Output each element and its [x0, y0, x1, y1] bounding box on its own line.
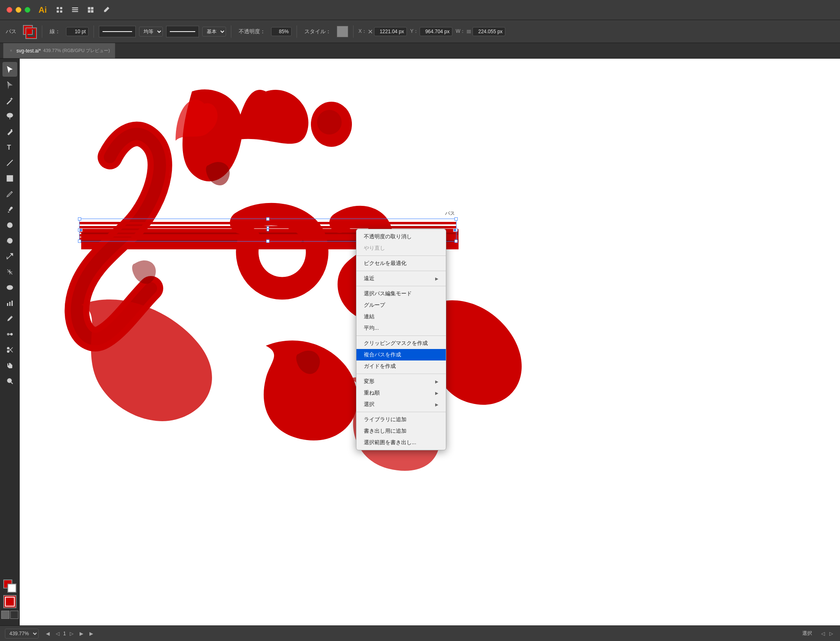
next-frame-button[interactable]: ▷ — [68, 630, 76, 638]
status-left-arrow[interactable]: ◁ — [819, 630, 827, 638]
background-color[interactable] — [7, 584, 16, 593]
prev-frame-button[interactable]: ◁ — [53, 630, 62, 638]
stroke-width-field — [66, 27, 89, 36]
svg-rect-3 — [60, 11, 62, 13]
minimize-button[interactable] — [16, 7, 21, 13]
path-label: パス — [443, 210, 457, 217]
warp-tool-button[interactable] — [2, 280, 17, 295]
style-label: スタイル： — [302, 28, 333, 35]
menu-item-compound-path[interactable]: 複合パスを作成 — [356, 349, 446, 360]
fill-stroke-box[interactable] — [3, 595, 16, 608]
paintbrush-tool-button[interactable] — [2, 202, 17, 217]
play-button[interactable]: ▶ — [87, 630, 96, 638]
handle-bottom-mid[interactable] — [266, 240, 269, 243]
recent-arrow-icon: ▶ — [435, 276, 438, 281]
width-tool-button[interactable] — [2, 265, 17, 279]
y-input[interactable] — [420, 27, 452, 36]
stroke-type-select[interactable]: 均等 — [139, 27, 163, 36]
pen-tool-button[interactable] — [2, 124, 17, 139]
menu-item-recent[interactable]: 遠近 ▶ — [356, 273, 446, 284]
menu-item-transform[interactable]: 変形 ▶ — [356, 376, 446, 387]
anchor-center[interactable] — [267, 229, 269, 231]
menu-item-clipping-mask[interactable]: クリッピングマスクを作成 — [356, 338, 446, 349]
menu-item-export-selection[interactable]: 選択範囲を書き出し... — [356, 437, 446, 448]
svg-rect-15 — [7, 303, 8, 306]
rect-tool-button[interactable] — [2, 171, 17, 186]
menu-item-add-export[interactable]: 書き出し用に追加 — [356, 425, 446, 437]
type-tool-button[interactable]: T — [2, 140, 17, 155]
zoom-tool-button[interactable] — [2, 374, 17, 388]
libraries-icon[interactable] — [71, 5, 80, 14]
canvas-area: パス — [20, 59, 840, 625]
line-tool-button[interactable] — [2, 155, 17, 170]
anchor-right[interactable] — [453, 228, 457, 232]
selection-tool-button[interactable] — [2, 62, 17, 77]
lasso-tool-button[interactable] — [2, 109, 17, 123]
handle-top-left[interactable] — [78, 217, 81, 221]
tool-sidebar: T — [0, 59, 20, 625]
menu-item-group[interactable]: グループ — [356, 299, 446, 311]
stroke-width-input[interactable] — [66, 27, 89, 36]
anchor-left[interactable] — [79, 228, 82, 232]
menu-item-add-library[interactable]: ライブラリに追加 — [356, 414, 446, 425]
context-menu: 不透明度の取り消し やり直し ピクセルを最適化 遠近 ▶ 選択パス編集モード — [356, 229, 446, 450]
color-pair[interactable] — [3, 579, 16, 593]
zoom-display: 439.77% — [5, 629, 39, 639]
svg-point-20 — [10, 333, 13, 335]
close-button[interactable] — [7, 7, 12, 13]
handle-top-mid[interactable] — [266, 217, 269, 221]
blob-brush-tool-button[interactable] — [2, 218, 17, 233]
active-tab[interactable]: × svg-test.ai* 439.77% (RGB/GPU プレビュー) — [3, 43, 115, 58]
next-page-button[interactable]: ▶ — [78, 630, 86, 638]
app-logo: Ai — [39, 5, 47, 15]
menu-item-undo-opacity[interactable]: 不透明度の取り消し — [356, 231, 446, 242]
tab-close-icon[interactable]: × — [8, 48, 14, 54]
magic-wand-tool-button[interactable] — [2, 93, 17, 108]
direct-selection-tool-button[interactable] — [2, 78, 17, 92]
svg-rect-5 — [72, 9, 78, 10]
pen-icon[interactable] — [102, 5, 111, 14]
zoom-select[interactable]: 439.77% — [5, 629, 39, 639]
menu-item-arrange[interactable]: 重ね順 ▶ — [356, 387, 446, 399]
x-input[interactable] — [374, 27, 407, 36]
menu-sep-1 — [356, 255, 446, 256]
menu-item-select[interactable]: 選択 ▶ — [356, 399, 446, 410]
stroke-icon-pair[interactable] — [22, 24, 37, 39]
svg-rect-2 — [57, 11, 59, 13]
menu-item-pixel-optimize[interactable]: ピクセルを最適化 — [356, 258, 446, 269]
graph-tool-button[interactable] — [2, 296, 17, 310]
opacity-input[interactable] — [271, 27, 292, 36]
handle-bottom-right[interactable] — [454, 240, 458, 243]
menu-item-make-guide[interactable]: ガイドを作成 — [356, 360, 446, 372]
menu-item-join[interactable]: 連結 — [356, 311, 446, 322]
handle-bottom-left[interactable] — [78, 240, 81, 243]
maximize-button[interactable] — [25, 7, 30, 13]
anchor-center2[interactable] — [267, 226, 269, 229]
menu-item-average[interactable]: 平均... — [356, 322, 446, 334]
w-input[interactable] — [472, 27, 505, 36]
menu-sep-5 — [356, 374, 446, 374]
scale-tool-button[interactable] — [2, 249, 17, 264]
screen-mode-button[interactable] — [10, 611, 18, 619]
menu-sep-4 — [356, 335, 446, 336]
transform-arrow-icon: ▶ — [435, 379, 438, 384]
workspace-icon[interactable] — [86, 5, 95, 14]
line-style-select[interactable]: 基本 — [202, 27, 226, 36]
eyedropper-tool-button[interactable] — [2, 311, 17, 326]
status-bar: 439.77% ◀ ◁ 1 ▷ ▶ ▶ 選択 ◁ ▷ — [0, 625, 840, 641]
glyphs-icon[interactable] — [55, 5, 64, 14]
x-coord-icon — [368, 29, 373, 34]
scissors-tool-button[interactable] — [2, 342, 17, 357]
handle-top-right[interactable] — [454, 217, 458, 221]
rotate-tool-button[interactable] — [2, 233, 17, 248]
menu-item-redo: やり直し — [356, 242, 446, 254]
svg-point-7 — [7, 113, 13, 117]
prev-page-button[interactable]: ◀ — [43, 630, 52, 638]
style-preview[interactable] — [337, 26, 348, 37]
menu-item-edit-path[interactable]: 選択パス編集モード — [356, 288, 446, 299]
hand-tool-button[interactable] — [2, 358, 17, 373]
normal-mode-button[interactable] — [1, 611, 9, 619]
blend-tool-button[interactable] — [2, 327, 17, 342]
status-right-arrow[interactable]: ▷ — [827, 630, 835, 638]
pencil-tool-button[interactable] — [2, 187, 17, 201]
